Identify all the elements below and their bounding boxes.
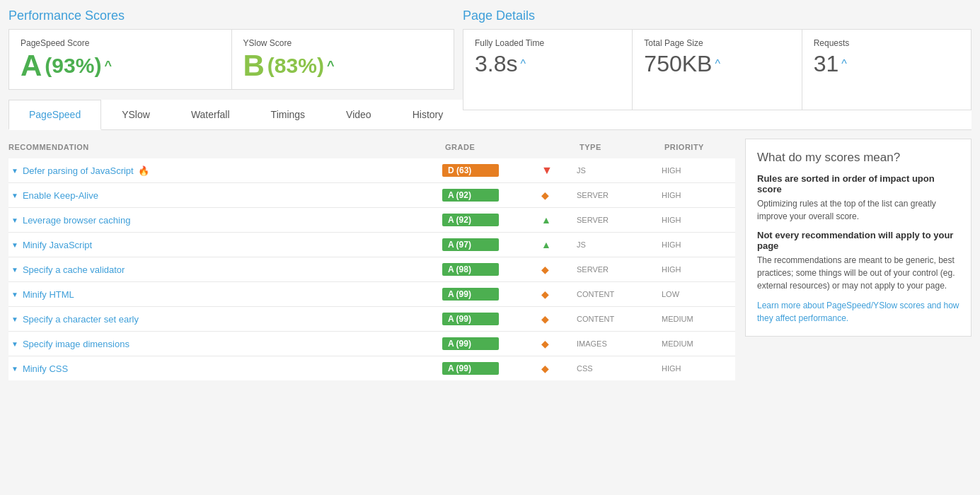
rec-name-0[interactable]: ▼ Defer parsing of JavaScript 🔥 bbox=[11, 165, 442, 176]
grade-icon-4: ◆ bbox=[541, 264, 549, 275]
rec-name-3[interactable]: ▼ Minify JavaScript bbox=[11, 240, 442, 250]
detail-value-1: 750KB ^ bbox=[644, 51, 790, 77]
info-subtitle-2: Not every recommendation will apply to y… bbox=[757, 230, 959, 251]
rec-arrow-5: ▼ bbox=[11, 291, 18, 298]
rec-arrow-0: ▼ bbox=[11, 167, 18, 175]
info-panel: What do my scores mean? Rules are sorted… bbox=[745, 139, 972, 380]
grade-bar-cell-4: A (98) bbox=[442, 263, 541, 276]
grade-bar-0: D (63) bbox=[442, 164, 499, 177]
grade-icon-cell-7: ◆ bbox=[541, 338, 577, 349]
rec-name-7[interactable]: ▼ Specify image dimensions bbox=[11, 339, 442, 349]
rec-arrow-3: ▼ bbox=[11, 241, 18, 249]
tab-history[interactable]: History bbox=[392, 100, 464, 130]
pagespeed-pct: (93%) bbox=[45, 55, 101, 76]
rec-label-8: Minify CSS bbox=[23, 363, 68, 374]
detail-arrow-2: ^ bbox=[841, 58, 847, 71]
grade-icon-cell-4: ◆ bbox=[541, 264, 577, 275]
priority-cell-8: HIGH bbox=[662, 364, 732, 373]
grade-bar-7: A (99) bbox=[442, 337, 499, 350]
grade-icon-cell-0: ▼ bbox=[541, 164, 577, 177]
rec-label-2: Leverage browser caching bbox=[23, 215, 130, 226]
recommendations-panel: RECOMMENDATION GRADE TYPE PRIORITY ▼ Def… bbox=[8, 139, 735, 380]
grade-icon-2: ▲ bbox=[541, 214, 551, 226]
detail-label-0: Fully Loaded Time bbox=[475, 38, 621, 48]
table-row: ▼ Specify image dimensions A (99) ◆ IMAG… bbox=[8, 331, 735, 356]
yslow-grade: B bbox=[243, 51, 265, 81]
table-row: ▼ Minify HTML A (99) ◆ CONTENT LOW bbox=[8, 281, 735, 306]
content-area: RECOMMENDATION GRADE TYPE PRIORITY ▼ Def… bbox=[8, 130, 972, 380]
rec-label-0: Defer parsing of JavaScript bbox=[23, 165, 134, 176]
rec-arrow-8: ▼ bbox=[11, 365, 18, 373]
grade-icon-6: ◆ bbox=[541, 313, 549, 325]
table-row: ▼ Defer parsing of JavaScript 🔥 D (63) ▼… bbox=[8, 158, 735, 182]
type-cell-4: SERVER bbox=[577, 265, 662, 274]
grade-bar-3: A (97) bbox=[442, 238, 499, 251]
rec-name-8[interactable]: ▼ Minify CSS bbox=[11, 363, 442, 374]
col-priority: PRIORITY bbox=[664, 143, 735, 151]
detail-label-1: Total Page Size bbox=[644, 38, 790, 48]
rec-name-6[interactable]: ▼ Specify a character set early bbox=[11, 314, 442, 325]
grade-bar-cell-8: A (99) bbox=[442, 362, 541, 375]
type-cell-1: SERVER bbox=[577, 191, 662, 199]
rec-label-3: Minify JavaScript bbox=[23, 240, 92, 250]
grade-bar-cell-0: D (63) bbox=[442, 164, 541, 177]
type-cell-2: SERVER bbox=[577, 216, 662, 224]
grade-bar-cell-7: A (99) bbox=[442, 337, 541, 350]
rec-name-5[interactable]: ▼ Minify HTML bbox=[11, 289, 442, 300]
yslow-score-cell: YSlow Score B (83%) ^ bbox=[232, 30, 454, 89]
priority-cell-4: HIGH bbox=[662, 265, 732, 274]
grade-bar-cell-5: A (99) bbox=[442, 288, 541, 301]
type-cell-7: IMAGES bbox=[577, 339, 662, 348]
grade-bar-cell-3: A (97) bbox=[442, 238, 541, 251]
tab-waterfall[interactable]: Waterfall bbox=[171, 100, 250, 130]
rec-arrow-1: ▼ bbox=[11, 192, 18, 199]
grade-bar-8: A (99) bbox=[442, 362, 499, 375]
details-box: Fully Loaded Time 3.8s ^ Total Page Size… bbox=[463, 29, 972, 110]
rec-name-1[interactable]: ▼ Enable Keep-Alive bbox=[11, 190, 442, 201]
table-row: ▼ Leverage browser caching A (92) ▲ SERV… bbox=[8, 207, 735, 232]
detail-arrow-0: ^ bbox=[520, 58, 526, 71]
info-link[interactable]: Learn more about PageSpeed/YSlow scores … bbox=[757, 301, 959, 323]
grade-icon-cell-8: ◆ bbox=[541, 363, 577, 374]
yslow-arrow: ^ bbox=[327, 59, 335, 72]
tab-pagespeed[interactable]: PageSpeed bbox=[8, 100, 101, 130]
yslow-pct: (83%) bbox=[267, 55, 324, 76]
table-row: ▼ Specify a character set early A (99) ◆… bbox=[8, 306, 735, 331]
rec-name-2[interactable]: ▼ Leverage browser caching bbox=[11, 215, 442, 226]
priority-cell-5: LOW bbox=[662, 290, 732, 298]
detail-value-2: 31 ^ bbox=[814, 51, 959, 77]
info-subtitle-1: Rules are sorted in order of impact upon… bbox=[757, 173, 959, 194]
priority-cell-7: MEDIUM bbox=[662, 339, 732, 348]
detail-val-text-0: 3.8s bbox=[475, 51, 517, 77]
rec-arrow-6: ▼ bbox=[11, 315, 18, 323]
detail-value-0: 3.8s ^ bbox=[475, 51, 621, 77]
grade-icon-cell-5: ◆ bbox=[541, 289, 577, 300]
pagespeed-grade: A bbox=[21, 51, 42, 81]
tab-video[interactable]: Video bbox=[325, 100, 392, 130]
col-grade-icon-spacer bbox=[544, 143, 580, 151]
info-text-1: Optimizing rules at the top of the list … bbox=[757, 197, 959, 223]
scores-box: PageSpeed Score A (93%) ^ YSlow Score B … bbox=[8, 29, 454, 90]
grade-bar-4: A (98) bbox=[442, 263, 499, 276]
rec-label-7: Specify image dimensions bbox=[23, 339, 129, 349]
grade-icon-7: ◆ bbox=[541, 338, 549, 349]
performance-scores-section: Performance Scores PageSpeed Score A (93… bbox=[8, 8, 454, 90]
rec-arrow-2: ▼ bbox=[11, 216, 18, 224]
priority-cell-6: MEDIUM bbox=[662, 315, 732, 323]
col-grade: GRADE bbox=[445, 143, 544, 151]
grade-icon-0: ▼ bbox=[541, 164, 553, 176]
rec-label-4: Specify a cache validator bbox=[23, 264, 125, 275]
priority-cell-1: HIGH bbox=[662, 191, 732, 199]
grade-icon-cell-1: ◆ bbox=[541, 190, 577, 201]
rec-name-4[interactable]: ▼ Specify a cache validator bbox=[11, 264, 442, 275]
tab-yslow[interactable]: YSlow bbox=[101, 100, 171, 130]
table-row: ▼ Minify CSS A (99) ◆ CSS HIGH bbox=[8, 356, 735, 380]
grade-bar-1: A (92) bbox=[442, 189, 499, 202]
grade-icon-5: ◆ bbox=[541, 289, 549, 300]
type-cell-0: JS bbox=[577, 166, 662, 175]
grade-icon-cell-3: ▲ bbox=[541, 239, 577, 250]
grade-icon-cell-2: ▲ bbox=[541, 214, 577, 226]
tab-timings[interactable]: Timings bbox=[250, 100, 326, 130]
priority-cell-2: HIGH bbox=[662, 216, 732, 224]
grade-icon-cell-6: ◆ bbox=[541, 313, 577, 325]
